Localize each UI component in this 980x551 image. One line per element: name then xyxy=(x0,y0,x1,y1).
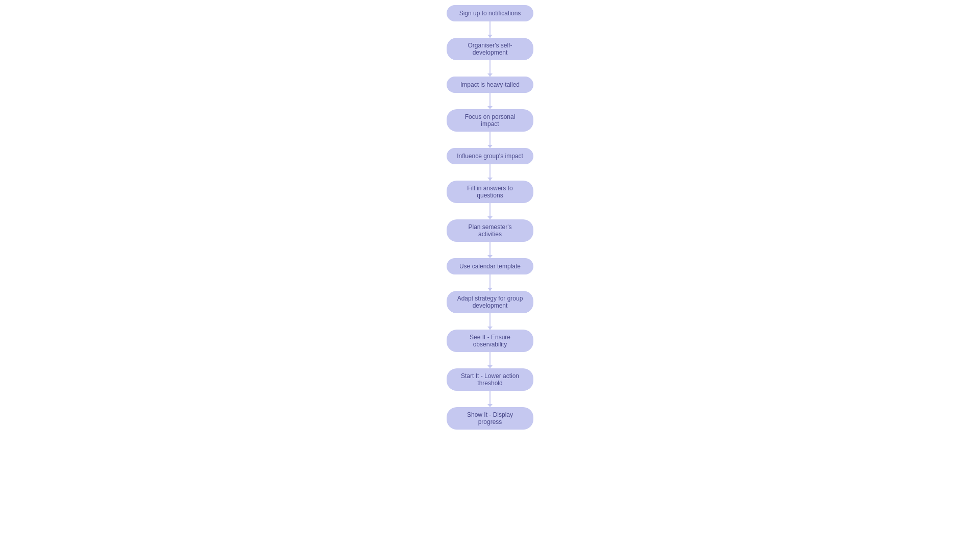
node-5[interactable]: Influence group's impact xyxy=(447,148,533,164)
node-9[interactable]: Adapt strategy for group development xyxy=(447,291,533,313)
arrow-7 xyxy=(489,242,491,258)
node-7[interactable]: Plan semester's activities xyxy=(447,219,533,242)
arrow-1 xyxy=(489,21,491,38)
arrow-11 xyxy=(489,391,491,407)
node-6[interactable]: Fill in answers to questions xyxy=(447,181,533,203)
node-4[interactable]: Focus on personal impact xyxy=(447,109,533,132)
arrow-3 xyxy=(489,93,491,109)
flowchart: Sign up to notificationsOrganiser's self… xyxy=(413,0,567,430)
arrow-4 xyxy=(489,132,491,148)
arrow-9 xyxy=(489,313,491,330)
arrow-10 xyxy=(489,352,491,368)
node-11[interactable]: Start It - Lower action threshold xyxy=(447,368,533,391)
node-12[interactable]: Show It - Display progress xyxy=(447,407,533,430)
node-10[interactable]: See It - Ensure observability xyxy=(447,330,533,352)
arrow-2 xyxy=(489,60,491,77)
node-2[interactable]: Organiser's self-development xyxy=(447,38,533,60)
arrow-5 xyxy=(489,164,491,181)
arrow-8 xyxy=(489,274,491,291)
arrow-6 xyxy=(489,203,491,219)
node-1[interactable]: Sign up to notifications xyxy=(447,5,533,21)
node-8[interactable]: Use calendar template xyxy=(447,258,533,274)
node-3[interactable]: Impact is heavy-tailed xyxy=(447,77,533,93)
